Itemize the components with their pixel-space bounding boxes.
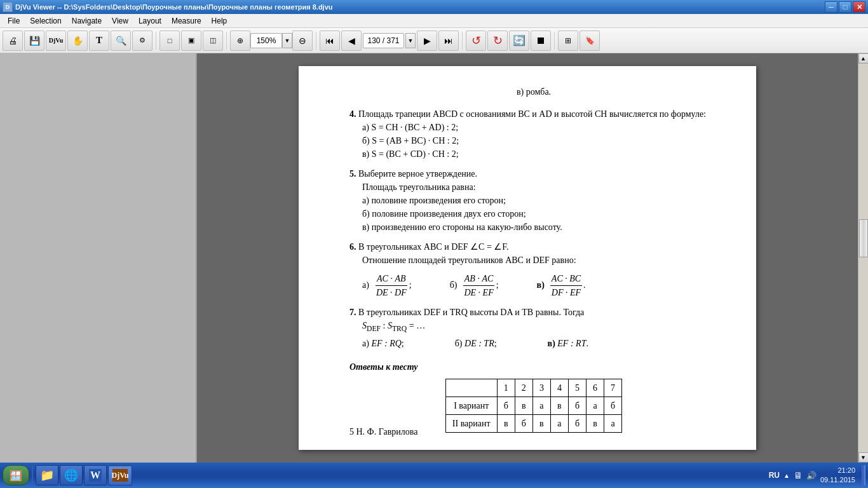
system-clock[interactable]: 21:20 09.11.2015: [820, 466, 855, 485]
taskbar-right: RU ▲ 🖥 🔊 21:20 09.11.2015: [769, 465, 865, 485]
zoom-out-button[interactable]: ⊖: [292, 30, 313, 51]
stop-button[interactable]: ⏹: [531, 30, 551, 51]
scroll-track[interactable]: [858, 64, 869, 452]
q6-text: В треугольниках ABC и DEF ∠C = ∠F.: [358, 242, 509, 252]
answers-header-2: 2: [515, 379, 532, 397]
zoom-in-button[interactable]: 🔍: [111, 30, 131, 51]
titlebar-title: DjVu Viewer -- D:\SysFolders\Desktop\Поу…: [15, 3, 333, 11]
text-tool-button[interactable]: T: [89, 30, 109, 51]
refresh-button[interactable]: 🔄: [509, 30, 529, 51]
q6-num: 6.: [349, 242, 358, 252]
q4-num: 4.: [349, 109, 358, 119]
start-button[interactable]: 🪟: [3, 465, 29, 485]
q5-c: в) произведению его стороны на какую-либ…: [362, 220, 718, 234]
answers-row-2: II вариант в б в а б в а: [445, 415, 621, 433]
answers-header-4: 4: [550, 379, 568, 397]
double-page-button[interactable]: ▣: [181, 30, 201, 51]
toolbar-separator-1: [156, 32, 156, 50]
taskbar-app-chrome[interactable]: 🌐: [60, 465, 83, 485]
taskbar-app-word[interactable]: W: [84, 465, 107, 485]
titlebar: D DjVu Viewer -- D:\SysFolders\Desktop\П…: [0, 0, 868, 14]
taskbar-app-explorer[interactable]: 📁: [36, 465, 58, 485]
menu-selection[interactable]: Selection: [25, 15, 66, 27]
view-mode-button[interactable]: ⊞: [558, 30, 578, 51]
q6-b-fraction: AB · AC DE · EF: [463, 272, 494, 299]
zoom-dropdown-button[interactable]: ▼: [282, 33, 292, 48]
first-page-button[interactable]: ⏮: [320, 30, 340, 51]
toolbar-separator-5: [554, 32, 555, 50]
windows-logo: 🪟: [10, 470, 22, 482]
page-input[interactable]: [363, 33, 404, 48]
minimize-button[interactable]: ─: [825, 1, 837, 13]
prev-page-button[interactable]: ◀: [341, 30, 362, 51]
menu-view[interactable]: View: [107, 15, 133, 27]
q7-num: 7.: [349, 308, 358, 317]
app-icon: D: [3, 2, 13, 12]
question-5: 5. Выберите верное утверждение. Площадь …: [349, 167, 718, 234]
doc-content: в) ромба. 4. Площадь трапеции ABCD с осн…: [349, 85, 718, 433]
zoom-input[interactable]: [250, 33, 282, 48]
q6-a-den: DE · DF: [375, 286, 408, 299]
q6-a-label: а) AC · AB DE · DF ;: [362, 272, 412, 299]
row2-6: в: [587, 415, 604, 433]
hand-tool-button[interactable]: ✋: [67, 30, 88, 51]
next-page-button[interactable]: ▶: [417, 30, 437, 51]
back-button[interactable]: ↺: [466, 30, 486, 51]
close-button[interactable]: ✕: [853, 1, 865, 13]
q6-b-label: б) AB · AC DE · EF ;: [450, 272, 499, 299]
toolbar-separator-3: [316, 32, 316, 50]
q5-b: б) половине произведения двух его сторон…: [362, 207, 718, 220]
toolbar-separator-4: [462, 32, 463, 50]
menu-navigate[interactable]: Navigate: [67, 15, 107, 27]
bookmark-button[interactable]: 🔖: [580, 30, 600, 51]
answers-header-0: [445, 379, 497, 397]
menu-layout[interactable]: Layout: [133, 15, 166, 27]
document-area: в) ромба. 4. Площадь трапеции ABCD с осн…: [197, 53, 858, 463]
forward-button[interactable]: ↻: [487, 30, 508, 51]
single-page-button[interactable]: □: [159, 30, 180, 51]
menu-help[interactable]: Help: [207, 15, 233, 27]
scroll-up-button[interactable]: ▲: [858, 53, 869, 64]
left-panel: [0, 53, 197, 463]
show-desktop-button[interactable]: [862, 465, 865, 485]
q7-b: б) DE : TR;: [455, 337, 497, 350]
answers-row-1: I вариант б в а в б а б: [445, 397, 621, 415]
q6-c-den: DF · EF: [550, 286, 582, 299]
zoom-circle-button[interactable]: ⊕: [230, 30, 250, 51]
scroll-thumb[interactable]: [859, 219, 868, 257]
document-page: в) ромба. 4. Площадь трапеции ABCD с осн…: [299, 66, 756, 450]
page-navigation: ▼: [363, 33, 416, 48]
row1-1: б: [497, 397, 515, 415]
q7-answers: а) EF : RQ; б) DE : TR; в) EF : RT.: [362, 337, 718, 350]
tray-arrow-icon: ▲: [783, 472, 790, 479]
last-page-button[interactable]: ⏭: [438, 30, 459, 51]
q7-c: в) EF : RT.: [548, 337, 588, 350]
header-rombus: в) ромба.: [349, 85, 718, 98]
answers-header-5: 5: [568, 379, 586, 397]
page-dropdown-button[interactable]: ▼: [405, 33, 416, 48]
chrome-icon: 🌐: [65, 469, 78, 482]
menu-file[interactable]: File: [3, 15, 25, 27]
row2-label: II вариант: [445, 415, 497, 433]
scroll-down-button[interactable]: ▼: [858, 452, 869, 463]
q7-formula: SDEF : STRQ = …: [362, 321, 425, 330]
row1-label: I вариант: [445, 397, 497, 415]
tray-lang[interactable]: RU: [769, 471, 780, 480]
menubar: File Selection Navigate View Layout Meas…: [0, 14, 868, 28]
menu-measure[interactable]: Measure: [166, 15, 207, 27]
djvu-button[interactable]: DjVu: [46, 30, 66, 51]
titlebar-buttons: ─ □ ✕: [825, 1, 865, 13]
full-page-button[interactable]: ◫: [203, 30, 223, 51]
q5-a: а) половине произведения его сторон;: [362, 194, 718, 207]
answers-header-6: 6: [587, 379, 604, 397]
main-area: в) ромба. 4. Площадь трапеции ABCD с осн…: [0, 53, 868, 463]
footer-text: 5 Н. Ф. Гаврилова: [349, 427, 417, 437]
print-button[interactable]: 🖨: [3, 30, 23, 51]
pan-button[interactable]: ⚙: [132, 30, 153, 51]
maximize-button[interactable]: □: [839, 1, 851, 13]
q6-answers: а) AC · AB DE · DF ; б) AB · AC DE · EF …: [362, 272, 718, 299]
q6-c-num: AC · BC: [550, 272, 582, 286]
q6-c-fraction: AC · BC DF · EF: [550, 272, 582, 299]
taskbar-app-djvu[interactable]: DjVu: [108, 465, 132, 485]
save-button[interactable]: 💾: [24, 30, 44, 51]
